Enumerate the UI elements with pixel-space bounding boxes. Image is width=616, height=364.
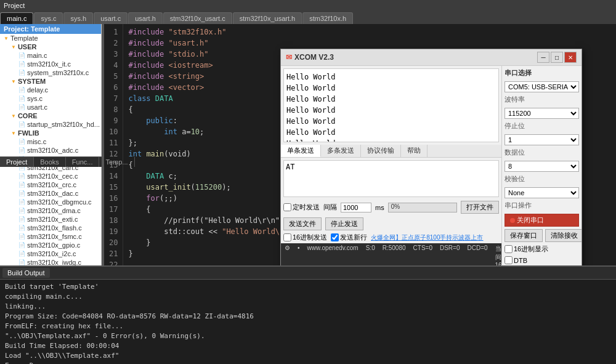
tree-item-label: startup_stm32f10x_hd...	[27, 121, 100, 128]
build-output-line: compiling main.c...	[5, 292, 611, 302]
hex-display-checkbox[interactable]: 16进制显示	[505, 245, 579, 254]
send-file-btn[interactable]: 发送文件	[283, 217, 322, 230]
tree-item-CORE[interactable]: ▼CORE	[0, 111, 101, 120]
tree-item-label: stm32f10x_dma.c	[27, 207, 81, 214]
panel-tab-Temp___[interactable]: Temp...	[99, 157, 102, 167]
xcom-tab-0[interactable]: 单条发送	[281, 145, 321, 157]
xcom-tab-1[interactable]: 多条发送	[321, 145, 361, 157]
file-icon: 📄	[18, 190, 25, 196]
tree-item-sys_c[interactable]: 📄sys.c	[0, 94, 101, 103]
tab-stm32f10x_usart_c[interactable]: stm32f10x_usart.c	[163, 12, 232, 24]
stop-bits-select[interactable]: 1	[505, 134, 579, 145]
tree-item-stm32f10x_dbgmcu_c[interactable]: 📄stm32f10x_dbgmcu.c	[0, 198, 101, 206]
folder-icon: ▼	[11, 44, 16, 50]
xcom-input-box[interactable]	[283, 160, 499, 197]
folder-icon: ▼	[11, 131, 16, 136]
xcom-close-btn[interactable]: ✕	[564, 52, 577, 63]
hex-send-checkbox[interactable]: 16进制发送	[283, 233, 327, 242]
tree-item-stm32f10x_i2c_c[interactable]: 📄stm32f10x_i2c.c	[0, 249, 101, 258]
xcom-tab-2[interactable]: 协议传输	[361, 145, 401, 157]
tab-sys_h[interactable]: sys.h	[63, 12, 93, 24]
tree-item-delay_c[interactable]: 📄delay.c	[0, 86, 101, 94]
close-port-btn[interactable]: 关闭串口	[505, 214, 579, 227]
xcom-maximize-btn[interactable]: □	[551, 52, 563, 63]
tab-stm32f10x_h[interactable]: stm32f10x.h	[302, 12, 353, 24]
baud-select[interactable]: 115200	[505, 108, 579, 119]
tree-item-FWLIB[interactable]: ▼FWLIB	[0, 129, 101, 137]
tree-item-stm32f10x_dma_c[interactable]: 📄stm32f10x_dma.c	[0, 206, 101, 215]
tab-stm32f10x_usart_h[interactable]: stm32f10x_usart.h	[233, 12, 302, 24]
line-number: 5	[109, 71, 118, 82]
tree-item-misc_c[interactable]: 📄misc.c	[0, 137, 101, 146]
tree-item-label: stm32f10x_flash.c	[27, 224, 82, 232]
tab-sys_c[interactable]: sys.c	[34, 12, 63, 24]
tree-item-label: stm32f10x_crc.c	[27, 181, 76, 188]
stop-send-btn[interactable]: 停止发送	[325, 217, 363, 230]
title-text: Project	[4, 2, 25, 9]
clear-recv-btn[interactable]: 清除接收	[545, 229, 582, 242]
sidebar: Project: Template ▼Template▼USER📄main.c📄…	[0, 24, 102, 265]
tree-item-stm32f10x_dac_c[interactable]: 📄stm32f10x_dac.c	[0, 189, 101, 198]
line-number: 22	[109, 259, 118, 265]
project-title[interactable]: Project: Template	[0, 24, 101, 34]
data-bits-label: 数据位	[505, 148, 525, 157]
file-icon: 📄	[18, 70, 25, 76]
file-icon: 📄	[18, 87, 25, 93]
tree-item-stm32f10x_iwdg_c[interactable]: 📄stm32f10x_iwdg.c	[0, 258, 101, 265]
build-output-line: FromELF: creating hex file...	[5, 322, 611, 331]
tree-item-label: stm32f10x_iwdg.c	[27, 259, 81, 265]
parity-select[interactable]: None	[505, 187, 579, 198]
ad-link[interactable]: 火爆全网】正点原子8100手持示波器上市	[371, 233, 483, 242]
tree-item-label: CORE	[18, 112, 38, 119]
line-number: 7	[109, 93, 118, 104]
dtb-checkbox[interactable]: DTB	[505, 256, 579, 264]
tree-item-stm32f10x_cec_c[interactable]: 📄stm32f10x_cec.c	[0, 172, 101, 180]
tree-item-stm32f10x_crc_c[interactable]: 📄stm32f10x_crc.c	[0, 180, 101, 189]
tree-item-stm32f10x_fsmc_c[interactable]: 📄stm32f10x_fsmc.c	[0, 232, 101, 241]
tree-item-usart_c[interactable]: 📄usart.c	[0, 103, 101, 111]
tree-item-stm32f10x_it_c[interactable]: 📄stm32f10x_it.c	[0, 60, 101, 68]
bottom-tab-0[interactable]: Build Output	[2, 268, 50, 278]
xcom-output-line: Hello World	[286, 138, 496, 142]
file-icon: 📄	[18, 147, 25, 153]
panel-tab-Project[interactable]: Project	[0, 157, 34, 167]
xcom-dcd: DCD=0	[467, 245, 487, 265]
tree-item-Template[interactable]: ▼Template	[0, 34, 101, 42]
line-number: 2	[109, 38, 118, 49]
file-icon: 📄	[18, 225, 25, 231]
tree-item-system_stm32f10x_c[interactable]: 📄system_stm32f10x.c	[0, 68, 101, 77]
tree-item-stm32f10x_flash_c[interactable]: 📄stm32f10x_flash.c	[0, 224, 101, 232]
tree-item-USER[interactable]: ▼USER	[0, 42, 101, 51]
interval-input[interactable]	[341, 203, 371, 212]
tab-usart_c[interactable]: usart.c	[94, 12, 128, 24]
open-file-btn[interactable]: 打开文件	[461, 201, 499, 214]
panel-tab-Books[interactable]: Books	[34, 157, 66, 167]
xcom-minimize-btn[interactable]: ─	[537, 52, 549, 63]
tab-usart_h[interactable]: usart.h	[128, 12, 163, 24]
port-op-row: 串口操作	[505, 201, 579, 210]
baud-row: 波特率	[505, 95, 579, 104]
file-icon: 📄	[18, 242, 25, 248]
tree-item-stm32f10x_adc_c[interactable]: 📄stm32f10x_adc.c	[0, 146, 101, 155]
stop-bits-label: 停止位	[505, 121, 525, 131]
line-number: 21	[109, 248, 118, 259]
xcom-tabs: 单条发送多条发送协议传输帮助	[281, 145, 501, 158]
tree-item-stm32f10x_gpio_c[interactable]: 📄stm32f10x_gpio.c	[0, 241, 101, 249]
send-newline-checkbox[interactable]: 发送新行	[331, 233, 367, 242]
timer-send-checkbox[interactable]: 定时发送	[283, 203, 320, 212]
xcom-tab-3[interactable]: 帮助	[401, 145, 428, 157]
tree-item-stm32f10x_exti_c[interactable]: 📄stm32f10x_exti.c	[0, 215, 101, 224]
xcom-right-panel: 串口选择 COM5: USB-SERIAL 波特率 115200 停止位 1 数…	[501, 66, 582, 265]
panel-tab-Func___[interactable]: Func...	[66, 157, 100, 167]
tree-item-startup_stm32f10x_hd___[interactable]: 📄startup_stm32f10x_hd...	[0, 120, 101, 129]
tree-item-main_c[interactable]: 📄main.c	[0, 51, 101, 60]
build-output-line: Build Time Elapsed: 00:00:04	[5, 341, 611, 351]
save-window-btn[interactable]: 保存窗口	[505, 229, 543, 242]
tab-main_c[interactable]: main.c	[0, 12, 33, 24]
data-bits-select[interactable]: 8	[505, 161, 579, 172]
progress-value: 0%	[391, 203, 400, 210]
folder-icon: ▼	[11, 113, 16, 119]
code-line: #include "stm32f10x.h"	[128, 26, 611, 38]
port-select[interactable]: COM5: USB-SERIAL	[505, 81, 579, 92]
tree-item-SYSTEM[interactable]: ▼SYSTEM	[0, 77, 101, 86]
